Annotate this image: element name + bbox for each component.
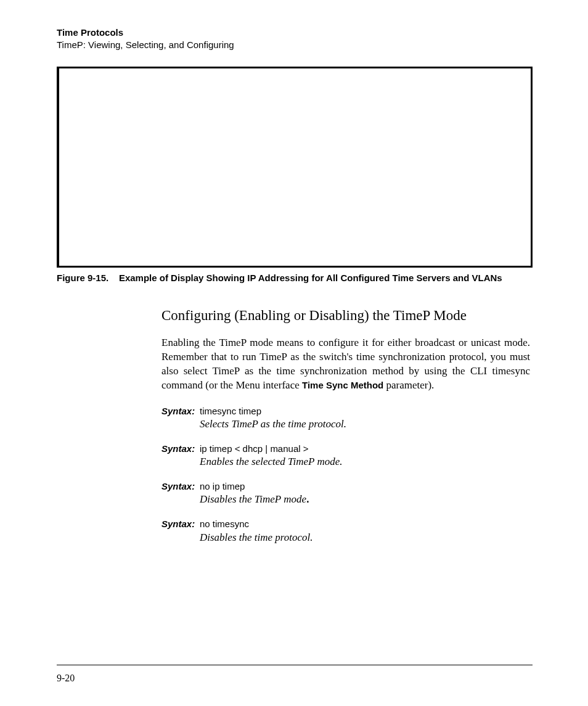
figure-number: Figure 9-15. [57,273,108,283]
syntax-entry: Syntax: ip timep < dhcp | manual > Enabl… [161,443,530,469]
figure-caption: Figure 9-15. Example of Display Showing … [57,273,533,283]
figure-caption-text: Example of Display Showing IP Addressing… [119,273,502,283]
syntax-description: Selects TimeP as the time protocol. [200,417,530,432]
chapter-title: Time Protocols [57,27,533,39]
syntax-entry: Syntax: no ip timep Disables the TimeP m… [161,480,530,507]
page-number: 9-20 [57,673,75,684]
figure-frame [57,67,533,268]
syntax-entry: Syntax: no timesync Disables the time pr… [161,518,530,544]
syntax-command: ip timep < dhcp | manual > [200,443,309,455]
intro-paragraph: Enabling the TimeP mode means to configu… [161,336,530,393]
running-header: Time Protocols TimeP: Viewing, Selecting… [57,27,533,51]
page: Time Protocols TimeP: Viewing, Selecting… [0,0,588,706]
section-title: TimeP: Viewing, Selecting, and Configuri… [57,39,533,51]
syntax-label: Syntax: [161,518,200,530]
syntax-command: no timesync [200,518,249,530]
syntax-description: Disables the TimeP mode. [200,493,530,507]
syntax-label: Syntax: [161,405,200,417]
syntax-description: Disables the time protocol. [200,531,530,545]
footer-rule [57,665,533,665]
syntax-label: Syntax: [161,443,200,455]
syntax-command: timesync timep [200,405,261,417]
para-bold: Time Sync Method [302,380,383,390]
syntax-label: Syntax: [161,480,200,493]
para-part2: parameter). [383,379,434,391]
syntax-description: Enables the selected TimeP mode. [200,455,530,469]
syntax-command: no ip timep [200,480,245,493]
syntax-entry: Syntax: timesync timep Selects TimeP as … [161,405,530,432]
subsection-heading: Configuring (Enabling or Disabling) the … [161,308,530,324]
body-column: Configuring (Enabling or Disabling) the … [161,308,530,545]
